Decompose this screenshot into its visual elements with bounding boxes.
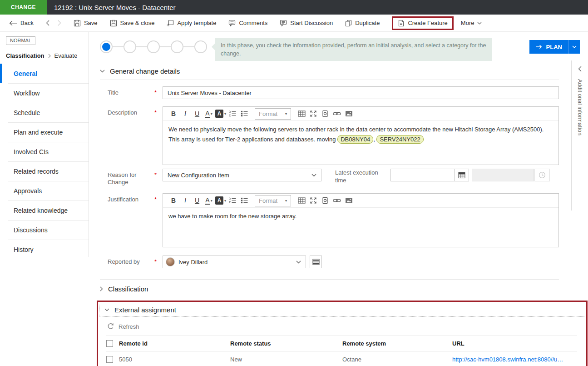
maximize-button[interactable] [307, 195, 319, 206]
step-1-current[interactable] [100, 40, 113, 53]
sidebar-item-discussions[interactable]: Discussions [0, 220, 89, 240]
column-header-remote-id[interactable]: Remote id [119, 340, 230, 347]
caret-down-icon: ▾ [285, 112, 287, 116]
required-marker: * [154, 169, 163, 186]
format-dropdown[interactable]: Format ▾ [255, 108, 291, 120]
insert-table-button[interactable] [296, 108, 307, 119]
column-header-url[interactable]: URL [452, 340, 577, 347]
text-color-button[interactable]: A▾ [203, 195, 215, 206]
sidebar-item-schedule[interactable]: Schedule [0, 103, 89, 122]
entity-chip-db08ny04[interactable]: DB08NY04 [337, 135, 373, 144]
insert-image-button[interactable] [343, 108, 355, 119]
save-close-icon [110, 20, 117, 27]
latest-execution-time-label: Latest execution time [335, 169, 386, 184]
insert-image-button[interactable] [343, 195, 355, 206]
next-record-button[interactable] [58, 20, 61, 26]
row-checkbox[interactable] [106, 356, 113, 363]
text-color-button[interactable]: A▾ [203, 108, 215, 119]
apply-template-button[interactable]: Apply template [167, 20, 216, 27]
sidebar-item-history[interactable]: History [0, 240, 89, 259]
numbered-list-icon [229, 110, 237, 117]
additional-information-label[interactable]: Additional information [577, 79, 583, 135]
select-all-checkbox[interactable] [106, 340, 113, 347]
previous-record-button[interactable] [46, 20, 49, 26]
description-editor-toolbar: B I U A▾ A▾ Format ▾ [163, 107, 558, 121]
sidebar-item-involved-cis[interactable]: Involved CIs [0, 142, 89, 161]
reported-by-select[interactable]: Ivey Dillard [163, 256, 306, 268]
expand-panel-chevron-icon[interactable] [578, 66, 582, 72]
back-button[interactable]: Back [9, 20, 34, 26]
bold-button[interactable]: B [168, 108, 179, 119]
sidebar-item-label: Related knowledge [14, 207, 68, 214]
underline-button[interactable]: U [191, 195, 203, 206]
sidebar-item-related-records[interactable]: Related records [0, 161, 89, 181]
sidebar-item-approvals[interactable]: Approvals [0, 181, 89, 201]
chevron-down-icon [311, 174, 316, 177]
insert-template-button[interactable] [319, 195, 331, 206]
insert-template-button[interactable] [319, 108, 331, 119]
sidebar-item-plan-and-execute[interactable]: Plan and execute [0, 122, 89, 142]
underline-button[interactable]: U [191, 108, 203, 119]
reason-for-change-select[interactable]: New Configuration Item [163, 169, 321, 181]
start-discussion-button[interactable]: Start Discussion [280, 20, 333, 26]
justification-editor-content[interactable]: we have to make room for the new storage… [163, 208, 558, 247]
section-classification[interactable]: Classification [100, 285, 559, 293]
image-icon [345, 197, 353, 204]
more-button[interactable]: More [461, 20, 482, 26]
step-5[interactable] [194, 40, 207, 53]
background-color-button[interactable]: A▾ [215, 108, 227, 119]
sidebar-item-label: Discussions [14, 226, 48, 234]
numbered-list-button[interactable] [227, 195, 238, 206]
section-general-change-details[interactable]: General change details [100, 67, 559, 75]
calendar-picker-button[interactable] [455, 169, 469, 181]
insert-table-button[interactable] [296, 195, 307, 206]
latest-execution-time-input[interactable] [390, 169, 455, 181]
bullet-list-button[interactable] [238, 195, 250, 206]
step-connector [160, 46, 171, 47]
description-editor-content[interactable]: We need to physically move the following… [163, 121, 558, 165]
step-3[interactable] [147, 40, 160, 53]
sidebar-item-label: Approvals [14, 187, 42, 195]
justification-text: we have to make room for the new storage… [168, 213, 296, 220]
comments-icon [228, 20, 236, 26]
calendar-icon [458, 172, 465, 179]
sidebar-item-general[interactable]: General [0, 64, 89, 83]
duplicate-button[interactable]: Duplicate [345, 20, 380, 27]
plan-button[interactable]: PLAN [529, 40, 568, 54]
plan-dropdown-button[interactable] [568, 40, 580, 54]
sidebar-item-label: Involved CIs [14, 148, 49, 155]
section-external-assignment[interactable]: External assignment [99, 303, 585, 317]
justification-editor: B I U A▾ A▾ Format ▾ [163, 193, 559, 247]
cell-url-link[interactable]: http://sac-hvm01808.swinfra.net:8080//u… [452, 356, 577, 363]
field-row-reported-by: Reported by * Ivey Dillard [100, 256, 559, 268]
comments-button[interactable]: Comments [228, 20, 267, 26]
sidebar-item-related-knowledge[interactable]: Related knowledge [0, 201, 89, 220]
save-button[interactable]: Save [74, 20, 98, 27]
step-2[interactable] [124, 40, 136, 53]
column-header-remote-system[interactable]: Remote system [342, 340, 452, 347]
sidebar-item-workflow[interactable]: Workflow [0, 83, 89, 103]
link-icon [333, 111, 341, 116]
reported-by-field-label: Reported by [108, 256, 154, 268]
insert-link-button[interactable] [331, 195, 343, 206]
title-input[interactable] [163, 86, 559, 99]
entity-chip-serv24ny022[interactable]: SERV24NY022 [376, 135, 423, 144]
italic-button[interactable]: I [179, 195, 191, 206]
insert-link-button[interactable] [331, 108, 343, 119]
format-dropdown[interactable]: Format ▾ [255, 195, 291, 206]
italic-button[interactable]: I [179, 108, 191, 119]
column-header-remote-status[interactable]: Remote status [230, 340, 342, 347]
start-discussion-label: Start Discussion [290, 20, 333, 26]
create-feature-button[interactable]: Create Feature [398, 20, 447, 27]
background-color-button[interactable]: A▾ [215, 195, 227, 206]
save-and-close-button[interactable]: Save & close [110, 20, 155, 27]
bullet-list-icon [241, 110, 248, 117]
maximize-button[interactable] [307, 108, 319, 119]
refresh-button[interactable]: Refresh [107, 323, 148, 330]
step-4[interactable] [171, 40, 183, 53]
bullet-list-button[interactable] [238, 108, 250, 119]
apply-template-icon [167, 20, 174, 27]
bold-button[interactable]: B [168, 195, 179, 206]
numbered-list-button[interactable] [227, 108, 238, 119]
reported-by-browse-button[interactable] [310, 256, 322, 268]
